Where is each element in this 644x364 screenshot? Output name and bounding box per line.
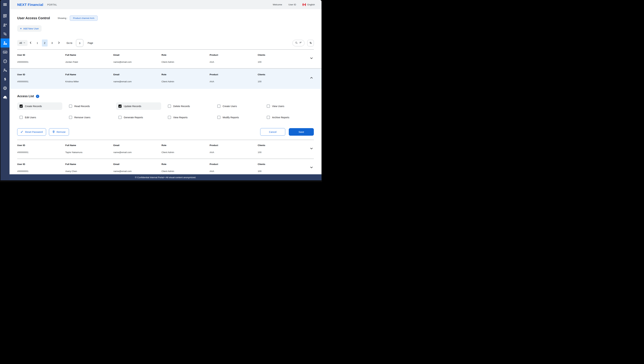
checkbox[interactable] bbox=[69, 116, 72, 119]
checkbox[interactable] bbox=[118, 116, 122, 119]
permission-update-records[interactable]: Update Records bbox=[116, 102, 161, 110]
top-bar: NEXT Financial PORTAL Welcome User ID En… bbox=[10, 0, 322, 9]
checkbox[interactable] bbox=[267, 116, 270, 119]
checkbox[interactable] bbox=[217, 116, 220, 119]
col-label-product: Product bbox=[210, 163, 258, 165]
cell-email: name@email.com bbox=[114, 80, 162, 83]
chevron-down-icon[interactable] bbox=[310, 57, 313, 61]
sidebar-item-user-key[interactable] bbox=[0, 66, 10, 75]
user-list-icon bbox=[3, 23, 7, 27]
cell-role: Client Admin bbox=[162, 80, 210, 83]
permission-remove-users[interactable]: Remove Users bbox=[67, 114, 112, 121]
user-table: User ID#00000001 Full NameJordan Patel E… bbox=[17, 49, 314, 177]
permission-delete-records[interactable]: Delete Records bbox=[166, 102, 210, 110]
col-label-clients: Clients bbox=[258, 144, 306, 146]
checkbox[interactable] bbox=[20, 116, 23, 119]
cell-role: Client Admin bbox=[162, 170, 210, 172]
checkbox[interactable] bbox=[118, 105, 122, 108]
permission-archive-reports[interactable]: Archive Reports bbox=[264, 114, 310, 121]
checkbox[interactable] bbox=[168, 105, 171, 108]
cell-user-id: #00000001 bbox=[17, 80, 65, 83]
prev-page-button[interactable] bbox=[28, 41, 33, 45]
access-actions: Reset Password Remvoe Cancel Save bbox=[17, 128, 314, 136]
chevron-down-icon[interactable] bbox=[310, 147, 313, 151]
language-label: English bbox=[308, 3, 315, 6]
welcome-text: Welcome bbox=[273, 3, 282, 6]
sidebar-item-history[interactable] bbox=[0, 57, 10, 66]
sidebar-item-billing[interactable]: $ bbox=[0, 75, 10, 84]
add-new-user-button[interactable]: + Add New User bbox=[17, 25, 42, 32]
goto-page-input[interactable] bbox=[76, 39, 83, 47]
page-number-2-active[interactable]: 2 bbox=[42, 40, 48, 47]
col-label-product: Product bbox=[210, 73, 258, 76]
crop-icon bbox=[3, 32, 7, 36]
cancel-button[interactable]: Cancel bbox=[260, 128, 285, 136]
permission-create-records[interactable]: Create Records bbox=[17, 102, 62, 110]
page-content: User Access Control Showing : Product ch… bbox=[10, 9, 322, 180]
cell-email: name@email.com bbox=[114, 170, 162, 172]
chevron-left-icon bbox=[29, 41, 32, 45]
page-number-1[interactable]: 1 bbox=[34, 40, 40, 47]
trash-icon bbox=[52, 130, 55, 134]
access-list-title: Access List bbox=[17, 95, 34, 98]
sidebar-item-dashboard-add[interactable] bbox=[0, 11, 10, 21]
checkbox[interactable] bbox=[168, 116, 171, 119]
sort-arrows-icon bbox=[309, 41, 312, 45]
sidebar-item-cloud-user[interactable] bbox=[0, 93, 10, 102]
history-icon bbox=[3, 59, 7, 63]
sidebar-item-meter[interactable]: 100 bbox=[0, 48, 10, 57]
cell-product: AAA bbox=[210, 61, 258, 63]
permission-view-reports[interactable]: View Reports bbox=[166, 114, 210, 121]
table-row[interactable]: User ID#00000001 Full NameJordan Patel E… bbox=[17, 50, 314, 68]
cell-product: AAA bbox=[210, 170, 258, 172]
page-header: User Access Control Showing : Product ch… bbox=[17, 16, 314, 21]
col-label-full-name: Full Name bbox=[65, 73, 114, 76]
hamburger-icon bbox=[3, 2, 7, 7]
next-page-button[interactable] bbox=[57, 41, 61, 45]
checkbox[interactable] bbox=[267, 105, 270, 108]
save-button[interactable]: Save bbox=[289, 128, 314, 136]
search-icon bbox=[295, 41, 298, 45]
permission-create-users[interactable]: Create Users bbox=[215, 102, 260, 110]
remove-button[interactable]: Remvoe bbox=[49, 128, 69, 136]
table-row[interactable]: User ID#00000001 Full NameTaylor Nakamur… bbox=[17, 140, 314, 158]
chevron-up-icon[interactable] bbox=[310, 76, 313, 80]
col-label-email: Email bbox=[114, 54, 162, 56]
permission-view-users[interactable]: View Users bbox=[264, 102, 310, 110]
checkbox[interactable] bbox=[20, 105, 23, 108]
sidebar-item-settings-alert[interactable]: ! bbox=[0, 84, 10, 93]
permission-edit-users[interactable]: Edit Users bbox=[17, 114, 62, 121]
sidebar-item-user-settings[interactable] bbox=[0, 39, 10, 48]
page-size-dropdown[interactable]: All bbox=[17, 40, 28, 46]
permission-generate-reports[interactable]: Generate Reports bbox=[116, 114, 161, 121]
search-filter-button[interactable] bbox=[292, 40, 304, 46]
checkbox[interactable] bbox=[69, 105, 72, 108]
permission-modify-reports[interactable]: Modify Reports bbox=[215, 114, 260, 121]
filter-lines-icon bbox=[299, 41, 302, 45]
cell-full-name: Avery Chen bbox=[65, 170, 114, 172]
table-row-expanded[interactable]: User ID#00000001 Full NameKristina Mille… bbox=[10, 68, 322, 89]
reset-password-button[interactable]: Reset Password bbox=[17, 128, 46, 136]
hamburger-menu-button[interactable] bbox=[0, 0, 10, 9]
sidebar-item-crop-tool[interactable] bbox=[0, 30, 10, 39]
user-settings-icon bbox=[3, 41, 7, 45]
info-icon[interactable]: i bbox=[36, 95, 39, 98]
product-channel-chip[interactable]: Product channel AAA bbox=[70, 16, 98, 21]
language-selector[interactable]: English bbox=[302, 3, 315, 6]
col-label-user-id: User ID bbox=[17, 54, 65, 56]
chevron-down-icon[interactable] bbox=[310, 166, 313, 170]
brand-logo: NEXT Financial bbox=[17, 3, 43, 7]
sidebar-item-user-list[interactable] bbox=[0, 21, 10, 30]
cell-clients: 100 bbox=[258, 80, 306, 83]
sort-button[interactable] bbox=[307, 40, 314, 46]
portal-label: PORTAL bbox=[47, 3, 57, 6]
page-number-3[interactable]: 3 bbox=[49, 40, 55, 47]
svg-text:$: $ bbox=[4, 77, 6, 81]
col-label-email: Email bbox=[114, 163, 162, 165]
chevron-right-icon bbox=[58, 41, 60, 45]
col-label-user-id: User ID bbox=[17, 163, 65, 165]
checkbox[interactable] bbox=[217, 105, 220, 108]
cell-role: Client Admin bbox=[162, 151, 210, 153]
permission-read-records[interactable]: Read Records bbox=[67, 102, 112, 110]
col-label-email: Email bbox=[114, 73, 162, 76]
